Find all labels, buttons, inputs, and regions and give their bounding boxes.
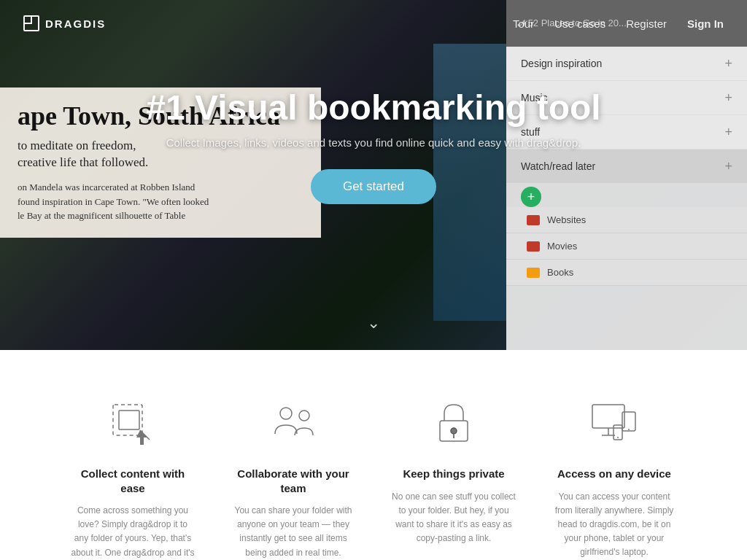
features-section: Collect content with ease Come across so… <box>0 350 747 560</box>
hero-content: #1 Visual bookmarking tool Collect Image… <box>0 88 747 204</box>
svg-point-4 <box>299 411 309 421</box>
panel-item-design[interactable]: Design inspiration + <box>506 47 747 81</box>
panel-plus-design[interactable]: + <box>724 57 732 70</box>
subitem-movies-label: Movies <box>547 241 577 252</box>
movies-icon <box>527 241 540 252</box>
panel-subitems: Websites Movies Books <box>506 207 747 286</box>
devices-icon <box>585 394 643 452</box>
devices-svg <box>589 397 640 448</box>
private-svg <box>428 397 479 448</box>
collect-svg <box>107 397 158 448</box>
feature-collect-title: Collect content with ease <box>70 467 196 495</box>
private-icon <box>425 394 483 452</box>
subitem-websites[interactable]: Websites <box>506 207 747 233</box>
svg-rect-0 <box>113 405 142 435</box>
collaborate-svg <box>268 397 319 448</box>
logo-icon <box>23 15 39 31</box>
collaborate-icon <box>264 394 322 452</box>
subitem-movies[interactable]: Movies <box>506 233 747 260</box>
collect-icon <box>104 394 162 452</box>
feature-devices-desc: You can access your content from literal… <box>551 490 677 560</box>
feature-collect: Collect content with ease Come across so… <box>53 394 213 560</box>
feature-private-desc: No one can see stuff you collect to your… <box>391 490 516 546</box>
hero-title: #1 Visual bookmarking tool <box>0 88 747 128</box>
feature-devices: Access on any device You can access your… <box>534 394 694 560</box>
nav-sign-in[interactable]: Sign In <box>687 18 724 30</box>
nav-tour[interactable]: Tour <box>513 18 534 30</box>
svg-point-6 <box>451 428 457 434</box>
nav-links: Tour Use cases Register Sign In <box>513 18 724 30</box>
logo[interactable]: DRAGDIS <box>23 15 106 31</box>
websites-icon <box>527 215 540 225</box>
main-nav: DRAGDIS Tour Use cases Register Sign In <box>0 0 747 47</box>
hero-subtitle: Collect Images, links, videos and texts … <box>0 136 747 149</box>
books-icon <box>527 268 540 278</box>
feature-collaborate-title: Collaborate with your team <box>231 467 356 495</box>
nav-register[interactable]: Register <box>626 18 667 30</box>
hero-section: ape Town, South Africa to meditate on fr… <box>0 0 747 350</box>
scroll-arrow[interactable]: ⌄ <box>367 314 380 332</box>
panel-item-label-design: Design inspiration <box>521 58 602 69</box>
logo-text: DRAGDIS <box>45 18 106 30</box>
subitem-websites-label: Websites <box>547 214 586 225</box>
get-started-button[interactable]: Get started <box>311 169 436 204</box>
feature-collaborate: Collaborate with your team You can share… <box>213 394 374 560</box>
nav-use-cases[interactable]: Use cases <box>554 18 605 30</box>
feature-private: Keep things private No one can see stuff… <box>374 394 534 560</box>
subitem-books-label: Books <box>547 267 573 278</box>
feature-private-title: Keep things private <box>391 467 516 481</box>
feature-devices-title: Access on any device <box>551 467 677 481</box>
feature-collaborate-desc: You can share your folder with anyone on… <box>231 504 356 560</box>
subitem-books[interactable]: Books <box>506 260 747 286</box>
svg-rect-1 <box>119 411 139 429</box>
svg-point-3 <box>280 408 292 419</box>
svg-rect-8 <box>592 405 624 428</box>
feature-collect-desc: Come across something you love? Simply d… <box>70 504 196 560</box>
